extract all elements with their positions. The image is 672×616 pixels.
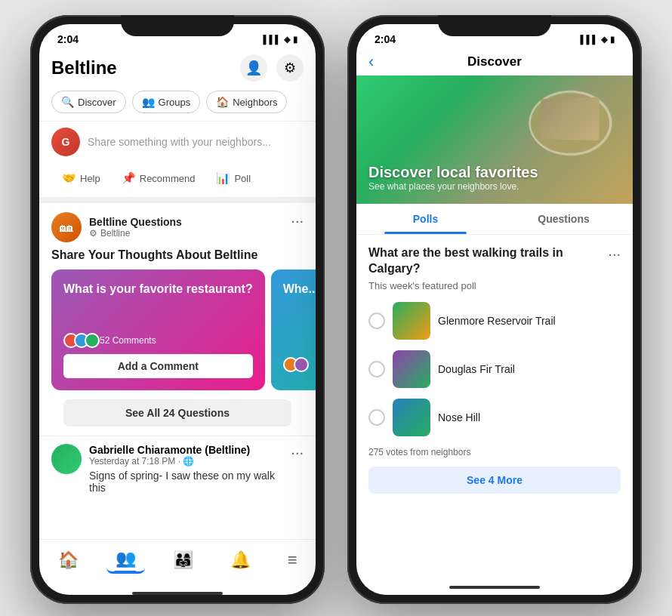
post-card-header: 🏘 Beltline Questions ⚙ Beltline ··· xyxy=(51,212,304,242)
scene: 2:04 ▌▌▌ ◈ ▮ Beltline 👤 ⚙ xyxy=(30,15,642,604)
nav-notifications[interactable]: 🔔 xyxy=(221,547,260,573)
poll-button[interactable]: 📊 Poll xyxy=(205,167,261,189)
settings-button[interactable]: ⚙ xyxy=(276,54,304,82)
poll-more-button[interactable]: ··· xyxy=(608,245,621,263)
phone2-header: ‹ Discover xyxy=(356,48,633,75)
phone-2: 2:04 ▌▌▌ ◈ ▮ ‹ Discover Discover local f… xyxy=(347,15,642,604)
home-indicator-1 xyxy=(132,592,223,595)
composer-avatar: G xyxy=(51,128,80,156)
tab-neighbors-label: Neighbors xyxy=(233,97,277,108)
poll-votes-label: 275 votes from neighbors xyxy=(368,447,621,457)
nav-neighbors[interactable]: 👥 xyxy=(106,546,145,574)
poll-comments-count: 52 Comments xyxy=(100,335,156,346)
header-icons: 👤 ⚙ xyxy=(240,54,304,82)
notch-2 xyxy=(438,15,551,36)
nav-groups[interactable]: 👨‍👩‍👧 xyxy=(164,547,202,573)
poll-icon: 📊 xyxy=(216,171,230,185)
profile-button[interactable]: 👤 xyxy=(240,54,267,82)
battery-icon-2: ▮ xyxy=(610,35,615,45)
poll-section: What are the best walking trails in Calg… xyxy=(356,235,633,583)
mini-avatar-5 xyxy=(294,357,309,372)
nav-home[interactable]: 🏠 xyxy=(49,547,88,573)
discover-tabs: Polls Questions xyxy=(356,204,633,235)
second-post-author: Gabrielle Chiaramonte (Beltline) xyxy=(89,444,283,456)
home-indicator-2 xyxy=(449,586,540,589)
recommend-button[interactable]: 📌 Recommend xyxy=(111,167,206,189)
tab-bar: 🔍 Discover 👥 Groups 🏠 Neighbors xyxy=(39,88,316,121)
hero-title: Discover local favorites xyxy=(368,163,538,181)
app-title: Beltline xyxy=(51,57,117,79)
recommend-label: Recommend xyxy=(140,173,196,184)
see-all-questions-button[interactable]: See All 24 Questions xyxy=(63,399,291,427)
see-more-button[interactable]: See 4 More xyxy=(368,467,621,494)
hero-subtitle: See what places your neighbors love. xyxy=(368,181,538,192)
post-author-avatar: 🏘 xyxy=(51,212,82,242)
poll-radio-2[interactable] xyxy=(368,361,385,377)
wifi-icon-1: ◈ xyxy=(284,35,290,45)
poll-option-label-1: Glenmore Reservoir Trail xyxy=(438,315,556,327)
post-more-button[interactable]: ··· xyxy=(291,212,304,229)
tab-questions[interactable]: Questions xyxy=(495,204,633,234)
post-author-info: 🏘 Beltline Questions ⚙ Beltline xyxy=(51,212,182,242)
help-icon: 🤝 xyxy=(62,171,76,185)
tab-discover[interactable]: 🔍 Discover xyxy=(51,91,126,113)
second-post-text: Signs of spring- I saw these on my walk … xyxy=(89,470,283,494)
help-button[interactable]: 🤝 Help xyxy=(51,167,111,189)
mini-avatar-3 xyxy=(85,333,100,348)
post-author-details: Beltline Questions ⚙ Beltline xyxy=(89,216,182,239)
poll-question-text: What are the best walking trails in Calg… xyxy=(368,245,608,277)
poll-card-1[interactable]: What is your favorite restaurant? 52 Com… xyxy=(51,270,265,390)
poll-radio-3[interactable] xyxy=(368,409,385,426)
phone-1-content: Beltline 👤 ⚙ 🔍 Discover xyxy=(39,48,316,539)
groups-icon: 👥 xyxy=(142,96,155,108)
poll-option-1[interactable]: Glenmore Reservoir Trail xyxy=(368,302,621,340)
poll-option-img-3 xyxy=(393,399,430,436)
post-title: Share Your Thoughts About Beltline xyxy=(51,248,304,262)
second-post-more-button[interactable]: ··· xyxy=(291,444,304,494)
poll-card-2[interactable]: Whe... xyxy=(271,270,316,390)
phone-1: 2:04 ▌▌▌ ◈ ▮ Beltline 👤 ⚙ xyxy=(30,15,325,604)
second-post-content: Gabrielle Chiaramonte (Beltline) Yesterd… xyxy=(89,444,283,494)
poll-card-2-comments xyxy=(283,357,316,372)
tab-groups-label: Groups xyxy=(159,97,191,108)
post-actions: 🤝 Help 📌 Recommend 📊 Poll xyxy=(39,162,316,203)
gear-sub-icon: ⚙ xyxy=(89,228,97,239)
post-composer[interactable]: G Share something with your neighbors... xyxy=(39,121,316,162)
wifi-icon-2: ◈ xyxy=(601,35,607,45)
comment-avatars-2 xyxy=(283,357,304,372)
poll-option-label-2: Douglas Fir Trail xyxy=(438,363,515,375)
phone-2-content: ‹ Discover Discover local favorites See … xyxy=(356,48,633,583)
signal-icon-1: ▌▌▌ xyxy=(264,35,281,44)
second-post-avatar xyxy=(51,444,82,474)
bottom-nav: 🏠 👥 👨‍👩‍👧 🔔 ≡ xyxy=(39,539,316,589)
help-label: Help xyxy=(80,173,100,184)
add-comment-button[interactable]: Add a Comment xyxy=(63,354,253,378)
poll-card-2-bottom xyxy=(283,357,316,378)
status-icons-2: ▌▌▌ ◈ ▮ xyxy=(581,35,615,45)
post-author-sub: ⚙ Beltline xyxy=(89,228,182,239)
poll-card-1-question: What is your favorite restaurant? xyxy=(63,282,253,297)
beltline-post: 🏘 Beltline Questions ⚙ Beltline ··· xyxy=(39,203,316,436)
poll-question-header: What are the best walking trails in Calg… xyxy=(368,245,621,277)
composer-input[interactable]: Share something with your neighbors... xyxy=(88,136,304,148)
poll-card-2-question: Whe... xyxy=(283,282,316,297)
discover-icon: 🔍 xyxy=(61,96,74,108)
tab-neighbors[interactable]: 🏠 Neighbors xyxy=(206,91,287,113)
status-time-1: 2:04 xyxy=(57,33,79,45)
status-time-2: 2:04 xyxy=(375,33,396,45)
nav-menu[interactable]: ≡ xyxy=(279,547,307,573)
notch-1 xyxy=(121,15,234,36)
poll-cards: What is your favorite restaurant? 52 Com… xyxy=(39,270,316,390)
status-icons-1: ▌▌▌ ◈ ▮ xyxy=(264,35,297,45)
phone-2-screen: 2:04 ▌▌▌ ◈ ▮ ‹ Discover Discover local f… xyxy=(356,24,633,595)
poll-radio-1[interactable] xyxy=(368,313,385,329)
back-button[interactable]: ‹ xyxy=(368,52,374,72)
tab-discover-label: Discover xyxy=(78,97,116,108)
poll-option-2[interactable]: Douglas Fir Trail xyxy=(368,350,621,388)
poll-card-comments: 52 Comments xyxy=(63,333,253,348)
poll-card-1-bottom: 52 Comments Add a Comment xyxy=(63,333,253,378)
poll-option-3[interactable]: Nose Hill xyxy=(368,399,621,436)
discover-title: Discover xyxy=(467,54,522,69)
tab-polls[interactable]: Polls xyxy=(356,204,495,234)
tab-groups[interactable]: 👥 Groups xyxy=(132,91,201,113)
